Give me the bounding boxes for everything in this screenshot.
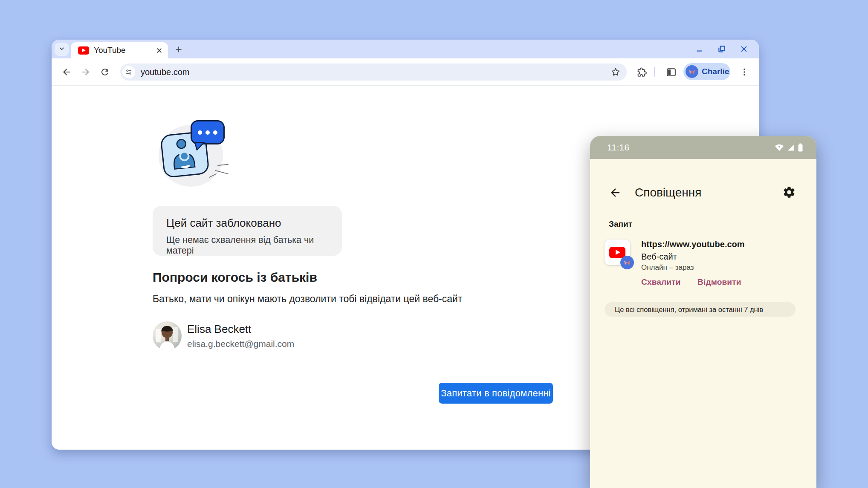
notification-settings-button[interactable]: [782, 185, 796, 199]
emphasis-lines: [206, 160, 230, 180]
forward-button[interactable]: [80, 66, 91, 78]
browser-menu-button[interactable]: [739, 66, 750, 78]
blocked-title: Цей сайт заблоковано: [166, 217, 328, 230]
status-time: 11:16: [607, 142, 630, 153]
phone-notifications-panel: 11:16 Сповіщення: [590, 136, 816, 488]
child-profile-badge: [620, 256, 634, 269]
tab-close-button[interactable]: [154, 46, 164, 55]
parent-contact-row: Elisa Beckett elisa.g.beckett@gmail.com: [153, 321, 294, 351]
bubble-dot: [205, 130, 210, 135]
blocked-subtitle: Ще немає схвалення від батька чи матері: [166, 235, 328, 256]
profile-avatar: [686, 65, 698, 78]
close-icon: [156, 47, 162, 54]
side-panel-button[interactable]: [665, 66, 677, 78]
phone-status-bar: 11:16: [590, 136, 816, 159]
page-title: Попроси когось із батьків: [153, 270, 317, 285]
back-arrow-icon: [609, 186, 622, 199]
request-url: https://www.youtube.com: [641, 240, 745, 249]
parent-meta: Elisa Beckett elisa.g.beckett@gmail.com: [187, 323, 294, 349]
forward-arrow-icon: [81, 67, 91, 77]
profile-name: Charlie: [702, 67, 729, 76]
profile-chip[interactable]: Charlie: [683, 63, 730, 80]
extensions-puzzle-icon: [637, 67, 647, 78]
window-restore-button[interactable]: [716, 43, 727, 55]
window-minimize-button[interactable]: [694, 43, 705, 55]
star-icon: [610, 66, 621, 78]
toolbar-divider: [654, 67, 655, 77]
close-icon: [740, 45, 748, 53]
tab-strip: YouTube: [52, 40, 759, 58]
parent-name: Elisa Beckett: [187, 323, 294, 336]
status-icons: [775, 143, 803, 152]
bookmark-star-button[interactable]: [610, 66, 621, 78]
reload-button[interactable]: [99, 66, 110, 78]
reload-icon: [100, 67, 110, 77]
battery-icon: [798, 143, 803, 152]
notifications-footer-pill: Це всі сповіщення, отримані за останні 7…: [605, 302, 796, 317]
request-section-label: Запит: [609, 219, 632, 229]
bubble-dot: [213, 130, 217, 135]
plus-icon: [175, 46, 182, 53]
parent-photo-icon: [153, 321, 182, 350]
tab-search-button[interactable]: [55, 43, 69, 56]
page-description: Батько, мати чи опікун мають дозволити т…: [153, 293, 462, 305]
youtube-favicon-icon: [78, 46, 89, 55]
bubble-tail: [193, 142, 206, 151]
butterfly-icon: [622, 258, 632, 267]
side-panel-icon: [666, 67, 677, 78]
request-kind: Веб-сайт: [641, 252, 677, 262]
tab-title: YouTube: [94, 46, 154, 55]
address-bar[interactable]: youtube.com: [120, 64, 627, 81]
phone-back-button[interactable]: [609, 186, 622, 199]
site-settings-button[interactable]: [122, 66, 135, 78]
restore-icon: [718, 45, 726, 53]
parent-avatar: [153, 321, 182, 350]
chat-bubble-illustration: [191, 120, 225, 144]
url-text: youtube.com: [141, 67, 190, 77]
back-arrow-icon: [61, 67, 72, 77]
new-tab-button[interactable]: [173, 43, 185, 55]
notifications-title: Сповіщення: [635, 186, 701, 199]
request-status: Онлайн – зараз: [641, 263, 694, 272]
butterfly-icon: [688, 67, 696, 76]
ask-in-message-button[interactable]: Запитати в повідомленні: [439, 383, 553, 404]
deny-button[interactable]: Відмовити: [697, 277, 741, 287]
footer-text: Це всі сповіщення, отримані за останні 7…: [615, 306, 763, 314]
gear-icon: [782, 185, 796, 199]
back-button[interactable]: [61, 66, 72, 78]
blocked-message-box: Цей сайт заблоковано Ще немає схвалення …: [153, 206, 342, 256]
site-controls-icon: [125, 68, 133, 76]
desktop-background: YouTube: [0, 0, 868, 488]
kebab-menu-icon: [740, 67, 749, 77]
extensions-button[interactable]: [636, 66, 647, 78]
wifi-icon: [775, 144, 784, 151]
chevron-down-icon: [58, 45, 65, 54]
minimize-icon: [696, 45, 703, 53]
window-close-button[interactable]: [738, 43, 749, 55]
approve-button[interactable]: Схвалити: [641, 277, 681, 287]
bubble-dot: [198, 130, 202, 135]
youtube-logo-icon: [609, 247, 625, 258]
tab-youtube[interactable]: YouTube: [71, 42, 168, 58]
cellular-signal-icon: [787, 144, 795, 151]
browser-toolbar: youtube.com: [52, 58, 759, 86]
parent-email: elisa.g.beckett@gmail.com: [187, 339, 294, 349]
